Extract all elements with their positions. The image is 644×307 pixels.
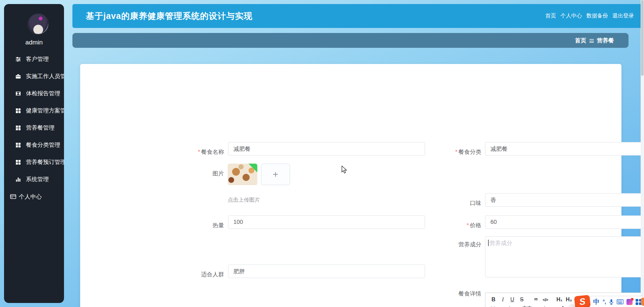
grid-icon	[15, 159, 21, 165]
sidebar-item-health-plan-mgmt[interactable]: 健康管理方案管理	[4, 102, 64, 119]
breadcrumb: 首页 营养餐	[72, 33, 629, 48]
strikethrough-button[interactable]: S	[518, 296, 525, 304]
sidebar-item-label: 营养餐管理	[26, 124, 55, 132]
sidebar-item-label: 个人中心	[19, 193, 42, 201]
taste-input[interactable]	[485, 193, 644, 207]
breadcrumb-separator-icon	[589, 39, 594, 43]
header-links: 首页 个人中心 数据备份 退出登录	[545, 4, 634, 28]
price-label: *价格	[417, 222, 481, 229]
sidebar-item-label: 客户管理	[26, 55, 49, 63]
font-size-select[interactable]: 14px	[490, 306, 515, 307]
meal-name-label: *餐食名称	[161, 148, 224, 156]
underline-button[interactable]: U	[509, 296, 516, 304]
text-style-select[interactable]: 文本	[522, 305, 553, 307]
plus-icon: +	[273, 169, 278, 180]
required-mark: *	[455, 149, 457, 155]
sidebar-item-meal-mgmt[interactable]: 营养餐管理	[4, 119, 64, 136]
meal-name-input[interactable]	[228, 142, 425, 156]
sidebar-item-meal-category-mgmt[interactable]: 餐食分类管理	[4, 136, 64, 154]
scrollbar-thumb[interactable]	[641, 0, 644, 76]
sidebar-item-label: 餐食分类管理	[26, 141, 60, 149]
taste-label: 口味	[417, 200, 481, 207]
grid-icon	[15, 142, 21, 148]
header-link-home[interactable]: 首页	[545, 12, 556, 20]
sogou-logo[interactable]: S	[574, 295, 591, 307]
sidebar-item-staff-mgmt[interactable]: 实施工作人员管理	[4, 68, 64, 85]
required-mark: *	[466, 222, 469, 229]
required-mark: *	[198, 149, 200, 155]
ime-skin-icon[interactable]	[626, 299, 633, 305]
sidebar-nav: 客户管理 实施工作人员管理 体检报告管理 健康管理方案管理 营养餐管理	[4, 50, 64, 188]
keyboard-icon[interactable]	[617, 299, 623, 304]
film-icon	[15, 91, 21, 97]
scrollbar-track[interactable]	[641, 0, 644, 307]
price-input[interactable]	[485, 215, 644, 229]
meal-image-thumbnail[interactable]	[228, 164, 257, 185]
ime-menu-grid-icon[interactable]	[636, 299, 642, 305]
suitable-label: 适合人群	[161, 271, 224, 278]
heading2-button[interactable]: H₂	[566, 296, 572, 304]
header-link-personal-center[interactable]: 个人中心	[560, 12, 582, 20]
ime-toolbar: 中 °,	[588, 297, 644, 307]
suitable-input[interactable]	[228, 265, 425, 278]
header-link-logout[interactable]: 退出登录	[612, 12, 634, 20]
breadcrumb-home[interactable]: 首页	[575, 37, 586, 44]
postcard-icon	[10, 193, 17, 200]
sidebar-item-label: 营养餐预订管理	[26, 158, 64, 166]
avatar[interactable]	[28, 13, 49, 35]
grid-icon	[15, 125, 21, 131]
grid-icon	[15, 108, 21, 114]
sidebar-item-meal-booking-mgmt[interactable]: 营养餐预订管理	[4, 154, 64, 171]
header-link-data-backup[interactable]: 数据备份	[586, 12, 608, 20]
ime-punctuation[interactable]: °,	[603, 299, 606, 305]
font-color-button[interactable]: A	[559, 304, 566, 307]
header: 基于java的康养健康管理系统的设计与实现 首页 个人中心 数据备份 退出登录	[72, 4, 641, 28]
upload-hint: 点击上传图片	[228, 197, 260, 204]
blockquote-button[interactable]: ”	[533, 296, 539, 304]
meal-category-label: *餐食分类	[417, 148, 481, 156]
bold-button[interactable]: B	[490, 296, 497, 304]
ime-chinese-mode[interactable]: 中	[593, 298, 600, 306]
sidebar-item-label: 体检报告管理	[26, 90, 60, 97]
text-caret	[488, 240, 489, 246]
calories-input[interactable]	[228, 215, 425, 229]
mouse-cursor	[342, 166, 349, 174]
sidebar-item-system-mgmt[interactable]: 系统管理	[4, 171, 64, 188]
sidebar-item-label: 实施工作人员管理	[26, 72, 64, 80]
image-upload-button[interactable]: +	[261, 164, 290, 185]
sidebar-item-label: 系统管理	[26, 175, 49, 183]
meal-detail-label: 餐食详情	[417, 290, 481, 298]
microphone-icon[interactable]	[609, 299, 614, 305]
sliders-icon	[15, 56, 21, 62]
sidebar-item-label: 健康管理方案管理	[26, 107, 64, 114]
sidebar-item-customer-mgmt[interactable]: 客户管理	[4, 50, 64, 68]
heading1-button[interactable]: H₁	[556, 296, 563, 304]
sidebar-item-personal-center[interactable]: 个人中心	[4, 190, 64, 203]
page-title: 基于java的康养健康管理系统的设计与实现	[86, 10, 253, 22]
sidebar: admin 客户管理 实施工作人员管理 体检报告管理 健康管理方案	[4, 4, 64, 303]
code-button[interactable]: </>	[542, 296, 549, 304]
nutrition-label: 营养成分	[417, 241, 481, 248]
sidebar-item-checkup-report-mgmt[interactable]: 体检报告管理	[4, 85, 64, 102]
username: admin	[4, 39, 64, 46]
meal-form-card: *餐食名称 *餐食分类 图片 + 点击上传图片 口味 热量 *价格 营养成分 适…	[80, 64, 621, 307]
ime-clipped-icon	[641, 298, 644, 306]
calories-label: 热量	[161, 222, 224, 229]
image-label: 图片	[161, 170, 224, 177]
breadcrumb-current: 营养餐	[597, 37, 614, 44]
nutrition-textarea[interactable]	[485, 236, 644, 277]
bar-chart-icon	[15, 176, 21, 182]
briefcase-icon	[15, 73, 21, 79]
meal-category-select[interactable]	[485, 142, 644, 156]
italic-button[interactable]: I	[500, 296, 506, 304]
